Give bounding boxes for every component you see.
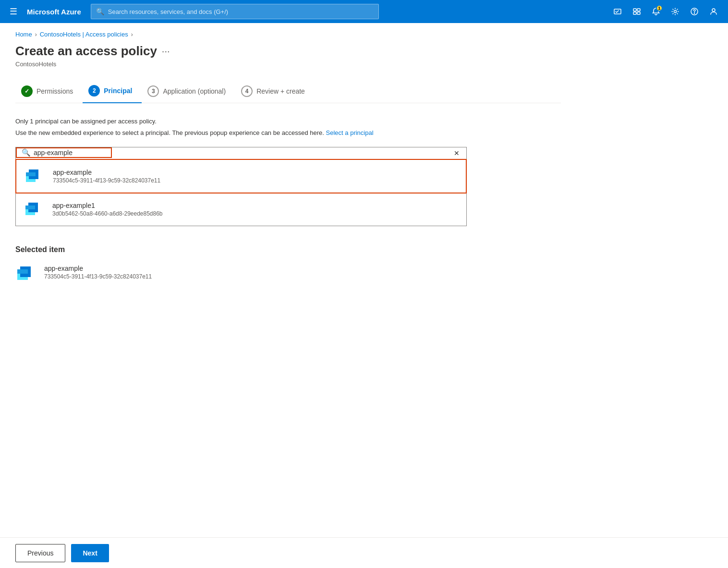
- svg-rect-15: [25, 205, 35, 209]
- cloud-shell-icon[interactable]: [609, 3, 626, 20]
- selected-section: Selected item app-example 733504c5-3911-…: [15, 245, 561, 289]
- result-item-1[interactable]: app-example1 3d0b5462-50a8-4660-a6d8-29e…: [16, 193, 466, 226]
- search-right: ✕: [112, 147, 466, 159]
- wizard-step-review[interactable]: 4 Review + create: [235, 80, 315, 103]
- selected-item-info: app-example 733504c5-3911-4f13-9c59-32c8…: [44, 265, 152, 280]
- step-3-circle: 3: [147, 85, 159, 97]
- selected-item-id: 733504c5-3911-4f13-9c59-32c824037e11: [44, 273, 152, 280]
- svg-point-7: [712, 9, 715, 12]
- account-icon[interactable]: [705, 3, 722, 20]
- top-nav: ☰ Microsoft Azure 🔍 Search resources, se…: [0, 0, 728, 23]
- svg-rect-19: [17, 269, 28, 274]
- wizard-step-permissions[interactable]: ✓ Permissions: [15, 80, 83, 103]
- result-info-0: app-example 733504c5-3911-4f13-9c59-32c8…: [53, 169, 458, 184]
- info-line-1: Only 1 principal can be assigned per acc…: [15, 117, 561, 126]
- global-search-box[interactable]: 🔍 Search resources, services, and docs (…: [91, 4, 379, 19]
- wizard-step-principal[interactable]: 2 Principal: [83, 79, 142, 103]
- hamburger-menu[interactable]: ☰: [6, 4, 21, 19]
- breadcrumb-sep-2: ›: [131, 31, 133, 38]
- selected-title: Selected item: [15, 245, 561, 254]
- step-4-circle: 4: [241, 85, 253, 97]
- select-principal-link[interactable]: Select a principal: [326, 129, 374, 136]
- app-icon-0: [24, 166, 45, 187]
- info-line-2-text: Use the new embedded experience to selec…: [15, 129, 324, 136]
- page-subtitle: ContosoHotels: [15, 60, 561, 68]
- result-id-1: 3d0b5462-50a8-4660-a6d8-29eede85d86b: [52, 210, 459, 217]
- directory-icon[interactable]: [628, 3, 645, 20]
- settings-icon[interactable]: [667, 3, 684, 20]
- wizard-step-application[interactable]: 3 Application (optional): [142, 80, 235, 103]
- breadcrumb: Home › ContosoHotels | Access policies ›: [15, 31, 561, 38]
- selected-item-icon: [15, 262, 36, 283]
- page-title-row: Create an access policy ···: [15, 44, 561, 59]
- info-line-2: Use the new embedded experience to selec…: [15, 128, 561, 138]
- svg-rect-1: [633, 9, 636, 11]
- notification-icon[interactable]: 1: [647, 3, 665, 20]
- svg-point-5: [674, 11, 677, 13]
- step-2-label: Principal: [104, 87, 132, 95]
- wizard-steps: ✓ Permissions 2 Principal 3 Application …: [15, 79, 561, 103]
- search-left[interactable]: 🔍 app-example: [16, 147, 112, 158]
- svg-rect-4: [637, 12, 640, 14]
- search-placeholder: Search resources, services, and docs (G+…: [108, 8, 228, 15]
- search-row: 🔍 app-example ✕: [15, 147, 467, 159]
- help-icon[interactable]: [686, 3, 703, 20]
- nav-right-icons: 1: [609, 3, 722, 20]
- page-title-more-button[interactable]: ···: [162, 46, 170, 57]
- breadcrumb-access-policies[interactable]: ContosoHotels | Access policies: [40, 31, 128, 38]
- result-info-1: app-example1 3d0b5462-50a8-4660-a6d8-29e…: [52, 202, 459, 217]
- breadcrumb-home[interactable]: Home: [15, 31, 32, 38]
- result-item-0[interactable]: app-example 733504c5-3911-4f13-9c59-32c8…: [15, 159, 467, 193]
- svg-rect-3: [633, 12, 636, 14]
- search-container: 🔍 app-example ✕: [15, 147, 561, 159]
- results-list: app-example 733504c5-3911-4f13-9c59-32c8…: [15, 159, 467, 226]
- page-title: Create an access policy: [15, 44, 157, 59]
- result-name-0: app-example: [53, 169, 458, 176]
- step-3-label: Application (optional): [163, 87, 226, 95]
- search-input-value: app-example: [34, 149, 73, 157]
- result-id-0: 733504c5-3911-4f13-9c59-32c824037e11: [53, 177, 458, 184]
- selected-item: app-example 733504c5-3911-4f13-9c59-32c8…: [15, 262, 561, 289]
- step-1-label: Permissions: [36, 87, 73, 95]
- svg-rect-11: [26, 172, 36, 176]
- main-content: Home › ContosoHotels | Access policies ›…: [0, 23, 576, 296]
- breadcrumb-sep-1: ›: [35, 31, 37, 38]
- app-title: Microsoft Azure: [27, 8, 81, 16]
- notification-badge: 1: [656, 5, 663, 12]
- step-2-circle: 2: [88, 85, 100, 97]
- step-1-circle: ✓: [21, 85, 33, 97]
- search-icon: 🔍: [96, 8, 104, 15]
- app-icon-1: [24, 199, 45, 220]
- search-icon: 🔍: [22, 148, 31, 157]
- selected-item-name: app-example: [44, 265, 152, 272]
- result-name-1: app-example1: [52, 202, 459, 209]
- search-clear-button[interactable]: ✕: [452, 147, 461, 159]
- svg-rect-2: [637, 9, 640, 11]
- step-4-label: Review + create: [256, 87, 305, 95]
